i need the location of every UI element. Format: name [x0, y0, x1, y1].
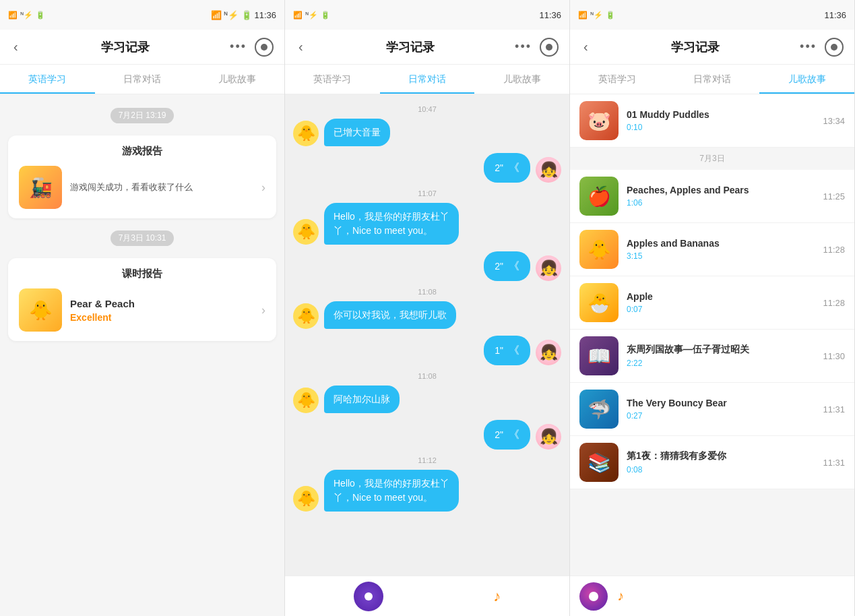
song-item-night[interactable]: 📚 第1夜：猜猜我有多爱你 0:08 11:31 [570, 436, 854, 489]
nav-actions-3: ••• [800, 38, 844, 57]
record-icon-2 [546, 44, 552, 51]
song-duration-story: 2:22 [627, 359, 815, 368]
chat-bubble-vol: 已增大音量 [324, 119, 390, 146]
chat-time-1112: 11:12 [293, 456, 561, 464]
chat-row-vol: 🐥 已增大音量 [293, 119, 561, 146]
audio-duration-2: 2" [495, 259, 503, 274]
lesson-report-title: 课时报告 [19, 268, 265, 280]
song-time-bear: 11:31 [823, 404, 845, 414]
record-button-2[interactable] [540, 38, 559, 57]
chat-bubble-hello1: Hello，我是你的好朋友杜丫丫，Nice to meet you。 [324, 203, 459, 245]
nav-title-1: 学习记录 [101, 39, 150, 55]
date-label-2: 7月3日 10:31 [110, 230, 175, 246]
song-item-applebananas[interactable]: 🐥 Apples and Bananas 3:15 11:28 [570, 223, 854, 276]
music-disc[interactable] [579, 582, 608, 611]
chat-bubble-audio-4[interactable]: 2" 《 [484, 420, 530, 450]
song-title-apple: Apple [627, 291, 815, 302]
tab-bar-2: 英语学习 日常对话 儿歌故事 [285, 65, 569, 94]
game-report-card[interactable]: 游戏报告 🚂 游戏闯关成功，看看收获了什么 › [8, 135, 276, 218]
more-button-1[interactable]: ••• [230, 40, 247, 54]
song-title-story: 东周列国故事—伍子胥过昭关 [627, 344, 815, 356]
chat-row-hello1: 🐥 Hello，我是你的好朋友杜丫丫，Nice to meet you。 [293, 203, 561, 245]
record-button-1[interactable] [255, 38, 274, 57]
tab-daily-3[interactable]: 日常对话 [665, 67, 760, 94]
carrier-icon-1: 📶 [8, 11, 18, 20]
song-time-muddy: 13:34 [823, 116, 845, 126]
chat-time-1047: 10:47 [293, 105, 561, 113]
chat-bubble-audio-1[interactable]: 2" 《 [484, 153, 530, 183]
nav-actions-1: ••• [230, 38, 274, 57]
song-item-apple[interactable]: 🐣 Apple 0:07 11:28 [570, 276, 854, 330]
carrier-icon-2: 📶 [293, 11, 303, 20]
bot-avatar-2: 🐥 [293, 219, 319, 245]
audio-duration-3: 1" [495, 344, 503, 358]
lesson-report-card[interactable]: 课时报告 🐥 Pear & Peach Excellent › [8, 258, 276, 341]
song-info-bear: The Very Bouncy Bear 0:27 [627, 398, 815, 421]
audio-wave-icon-2: 《 [509, 258, 519, 274]
status-bar-2: 📶 ᴺ⚡ 🔋 11:36 [285, 0, 569, 30]
bot-avatar-1: 🐥 [293, 121, 319, 146]
song-time-story: 11:30 [823, 351, 845, 361]
chat-bubble-audio-3[interactable]: 1" 《 [484, 336, 530, 365]
song-item-peaches[interactable]: 🍎 Peaches, Apples and Pears 1:06 11:25 [570, 170, 854, 223]
chat-bubble-mountain: 阿哈加尔山脉 [324, 386, 400, 413]
user-avatar-3: 👧 [536, 340, 561, 365]
audio-wave-icon-3: 《 [509, 342, 519, 359]
music-needle-icon: ♪ [617, 588, 624, 604]
more-button-2[interactable]: ••• [515, 40, 532, 54]
tab-daily-1[interactable]: 日常对话 [95, 67, 190, 94]
record-play-button[interactable] [354, 582, 383, 611]
tab-english-2[interactable]: 英语学习 [285, 67, 380, 94]
song-info-night: 第1夜：猜猜我有多爱你 0:08 [627, 450, 815, 474]
signal-icon-3: ᴺ⚡ [590, 11, 603, 20]
chat-row-hello2: 🐥 Hello，我是你的好朋友杜丫丫，Nice to meet you。 [293, 470, 561, 512]
panel-english-study: 📶 ᴺ⚡ 🔋 📶 ᴺ⚡ 🔋 11:36 ‹ 学习记录 ••• 英语学习 日常对话… [0, 0, 285, 616]
song-duration-apple: 0:07 [627, 305, 815, 314]
song-info-apple: Apple 0:07 [627, 291, 815, 314]
status-time-2: 11:36 [539, 10, 561, 20]
song-item-muddy[interactable]: 🐷 01 Muddy Puddles 0:10 13:34 [570, 94, 854, 148]
song-duration-night: 0:08 [627, 465, 815, 474]
audio-duration-4: 2" [495, 428, 503, 442]
status-left-2: 📶 ᴺ⚡ 🔋 [293, 11, 330, 20]
song-thumb-bear: 🦈 [579, 390, 619, 429]
song-item-story[interactable]: 📖 东周列国故事—伍子胥过昭关 2:22 11:30 [570, 330, 854, 383]
back-button-2[interactable]: ‹ [296, 36, 306, 57]
song-info-muddy: 01 Muddy Puddles 0:10 [627, 109, 815, 132]
song-list-content: 🐷 01 Muddy Puddles 0:10 13:34 7月3日 🍎 Pea… [570, 94, 854, 576]
record-button-3[interactable] [825, 38, 844, 57]
status-left-1: 📶 ᴺ⚡ 🔋 [8, 11, 45, 20]
song-title-peaches: Peaches, Apples and Pears [627, 185, 815, 195]
back-button-3[interactable]: ‹ [581, 36, 591, 57]
chat-time-1108b: 11:08 [293, 372, 561, 380]
nav-title-2: 学习记录 [386, 39, 435, 55]
song-thumb-apple: 🐣 [579, 283, 619, 322]
music-bottom-bar: ♪ [570, 576, 854, 616]
battery-icon-2: 🔋 [321, 11, 330, 20]
song-item-bear[interactable]: 🦈 The Very Bouncy Bear 0:27 11:31 [570, 383, 854, 436]
user-avatar-1: 👧 [536, 157, 561, 183]
tab-songs-2[interactable]: 儿歌故事 [474, 67, 569, 94]
song-info-story: 东周列国故事—伍子胥过昭关 2:22 [627, 344, 815, 368]
chat-bottom-bar: ♪ [285, 576, 569, 616]
tab-songs-3[interactable]: 儿歌故事 [759, 67, 854, 94]
back-button-1[interactable]: ‹ [11, 36, 21, 57]
tab-songs-1[interactable]: 儿歌故事 [189, 67, 284, 94]
chat-row-audio-2: 👧 2" 《 [293, 251, 561, 281]
signal-icon-1: ᴺ⚡ [20, 11, 33, 20]
song-duration-peaches: 1:06 [627, 198, 815, 208]
user-avatar-2: 👧 [536, 255, 561, 281]
song-list: 🐷 01 Muddy Puddles 0:10 13:34 7月3日 🍎 Pea… [570, 94, 854, 489]
more-button-3[interactable]: ••• [800, 40, 817, 54]
lesson-rating: Excellent [70, 312, 253, 323]
status-time-1: 📶 ᴺ⚡ 🔋 11:36 [211, 10, 276, 20]
panel-songs: 📶 ᴺ⚡ 🔋 11:36 ‹ 学习记录 ••• 英语学习 日常对话 儿歌故事 🐷 [570, 0, 855, 616]
game-arrow-icon: › [261, 181, 265, 195]
lesson-report-row: 🐥 Pear & Peach Excellent › [19, 288, 265, 332]
tab-english-1[interactable]: 英语学习 [0, 67, 95, 94]
chat-bubble-audio-2[interactable]: 2" 《 [484, 251, 530, 281]
tab-daily-2[interactable]: 日常对话 [380, 67, 475, 94]
song-duration-bear: 0:27 [627, 411, 815, 421]
audio-duration-1: 2" [495, 161, 503, 175]
tab-english-3[interactable]: 英语学习 [570, 67, 665, 94]
